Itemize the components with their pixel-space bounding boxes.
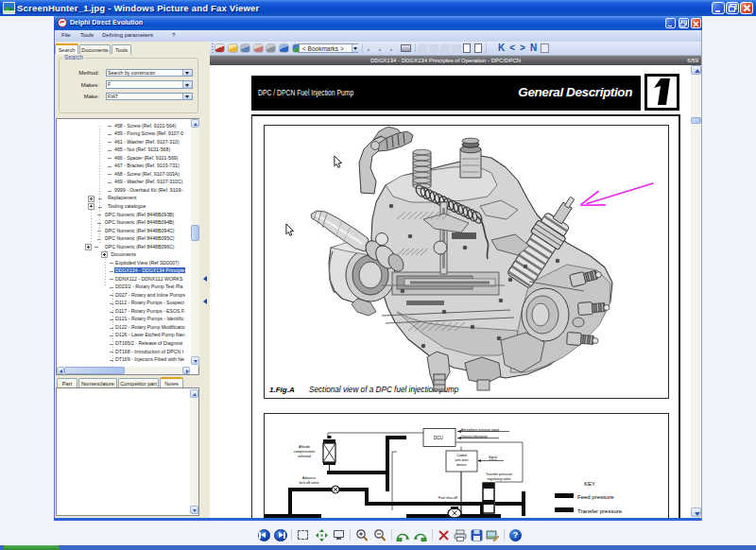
svg-text:Advance: Advance <box>302 476 316 480</box>
svg-text:Transfer pressure: Transfer pressure <box>577 508 623 514</box>
svg-text:Feed pressure: Feed pressure <box>577 494 614 500</box>
svg-text:DCU: DCU <box>434 436 443 440</box>
svg-text:regulating valve: regulating valve <box>487 477 510 481</box>
svg-text:Transfer pressure: Transfer pressure <box>486 473 512 476</box>
svg-text:solenoid: solenoid <box>441 501 454 505</box>
svg-text:Signal: Signal <box>489 455 497 459</box>
svg-text:anti-start: anti-start <box>455 458 469 462</box>
svg-text:compensation: compensation <box>294 450 315 454</box>
svg-text:solenoid: solenoid <box>298 455 310 458</box>
svg-text:Fuel shut-off: Fuel shut-off <box>438 496 457 500</box>
svg-text:Coded: Coded <box>456 454 467 457</box>
svg-text:Atmospheric pressure signal: Atmospheric pressure signal <box>461 428 500 432</box>
svg-text:lock-off valve: lock-off valve <box>300 481 319 485</box>
svg-text:Altitude: Altitude <box>299 445 310 449</box>
svg-text:device: device <box>456 463 466 467</box>
svg-text:General information: General information <box>461 435 488 438</box>
svg-text:KEY: KEY <box>584 481 595 487</box>
